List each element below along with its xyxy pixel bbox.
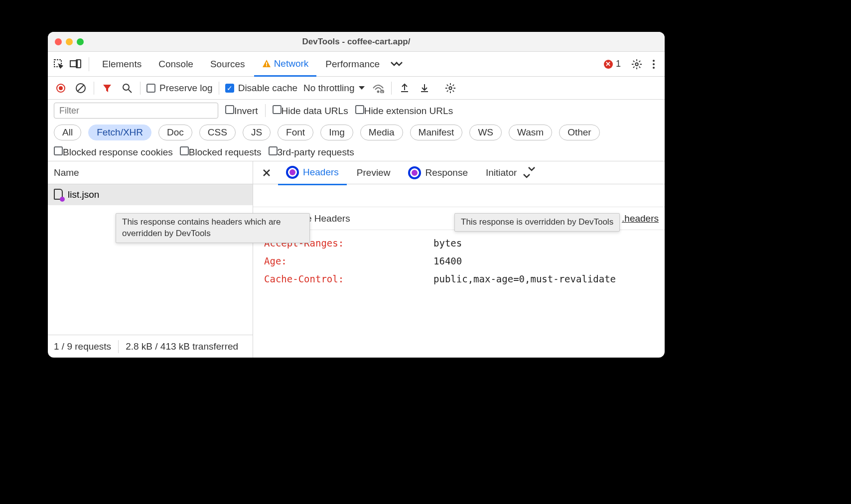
type-js[interactable]: JS (243, 125, 271, 140)
minimize-window-icon[interactable] (66, 38, 73, 45)
tab-performance[interactable]: Performance (317, 53, 388, 76)
maximize-window-icon[interactable] (77, 38, 84, 45)
detail-pane: Headers Preview Response Initiator Respo… (253, 161, 665, 358)
detail-tabbar: Headers Preview Response Initiator (253, 161, 665, 184)
content-area: Name list.json 1 / 9 requests 2.8 kB / 4… (48, 161, 665, 358)
type-fetch-xhr[interactable]: Fetch/XHR (88, 125, 151, 140)
filter-input[interactable] (54, 103, 218, 119)
svg-point-5 (635, 63, 638, 66)
header-value: 16400 (433, 252, 462, 270)
response-headers-list: Accept-Ranges: bytes Age: 16400 Cache-Co… (253, 230, 665, 292)
header-value: public,max-age=0,must-revalidate (433, 270, 616, 288)
header-key: Age: (264, 252, 428, 270)
clear-icon[interactable] (74, 81, 88, 95)
tab-response[interactable]: Response (400, 161, 476, 184)
more-detail-tabs-icon[interactable] (527, 166, 537, 180)
invert-checkbox[interactable]: Invert (225, 105, 258, 117)
record-button-icon[interactable] (54, 81, 68, 95)
file-icon (54, 189, 64, 201)
name-column-header[interactable]: Name (48, 161, 253, 184)
window-title: DevTools - coffee-cart.app/ (48, 37, 665, 47)
tab-network[interactable]: Network (254, 52, 317, 77)
svg-line-12 (129, 90, 132, 93)
svg-point-15 (449, 87, 452, 90)
inspect-element-icon[interactable] (51, 56, 67, 72)
header-row: Accept-Ranges: bytes (264, 234, 654, 252)
hide-extension-urls-checkbox[interactable]: Hide extension URLs (355, 105, 453, 117)
download-icon[interactable] (418, 81, 431, 95)
filter-toggle-icon[interactable] (100, 81, 114, 95)
titlebar: DevTools - coffee-cart.app/ (48, 32, 665, 52)
svg-rect-3 (266, 62, 267, 65)
error-count[interactable]: ✕ 1 (604, 59, 621, 69)
type-css[interactable]: CSS (199, 125, 236, 140)
blocked-requests-checkbox[interactable]: Blocked requests (180, 146, 262, 158)
type-img[interactable]: Img (320, 125, 353, 140)
chevron-down-icon (358, 86, 365, 91)
warning-icon (262, 59, 271, 68)
tab-initiator[interactable]: Initiator (478, 162, 525, 183)
error-icon: ✕ (604, 60, 613, 69)
request-row[interactable]: list.json (48, 184, 253, 205)
disable-cache-checkbox[interactable]: ✓ Disable cache (225, 83, 297, 94)
more-tabs-icon[interactable] (389, 56, 405, 72)
type-media[interactable]: Media (360, 125, 403, 140)
tab-console[interactable]: Console (150, 53, 201, 76)
svg-point-8 (653, 67, 655, 69)
headers-file-link[interactable]: .headers (622, 213, 659, 224)
override-indicator-icon (289, 169, 295, 175)
request-list: Name list.json 1 / 9 requests 2.8 kB / 4… (48, 161, 253, 358)
options-bar: Blocked response cookies Blocked request… (48, 143, 665, 161)
tab-headers[interactable]: Headers (278, 161, 347, 185)
type-wasm[interactable]: Wasm (509, 125, 552, 140)
tooltip-headers-override: This response contains headers which are… (116, 213, 310, 243)
svg-point-11 (123, 84, 129, 90)
request-status-bar: 1 / 9 requests 2.8 kB / 413 kB transferr… (48, 335, 253, 358)
header-row: Age: 16400 (264, 252, 654, 270)
device-toolbar-icon[interactable] (68, 56, 84, 72)
override-indicator-icon (412, 170, 418, 176)
svg-rect-4 (266, 65, 267, 66)
type-filter-bar: All Fetch/XHR Doc CSS JS Font Img Media … (48, 122, 665, 143)
tab-sources[interactable]: Sources (202, 53, 253, 76)
error-count-label: 1 (616, 59, 621, 69)
general-section-collapsed[interactable] (253, 184, 665, 207)
search-icon[interactable] (120, 81, 134, 95)
requests-count: 1 / 9 requests (54, 341, 111, 352)
svg-point-6 (653, 60, 655, 62)
devtools-window: DevTools - coffee-cart.app/ Elements Con… (48, 32, 665, 358)
type-doc[interactable]: Doc (158, 125, 192, 140)
network-conditions-icon[interactable] (371, 81, 385, 95)
request-name: list.json (68, 189, 99, 200)
type-font[interactable]: Font (278, 125, 313, 140)
transferred-size: 2.8 kB / 413 kB transferred (126, 341, 238, 352)
tab-elements[interactable]: Elements (94, 53, 149, 76)
network-settings-icon[interactable] (443, 81, 457, 95)
svg-point-7 (653, 63, 655, 65)
kebab-menu-icon[interactable] (646, 56, 662, 72)
upload-icon[interactable] (398, 81, 412, 95)
settings-icon[interactable] (629, 56, 645, 72)
svg-point-13 (378, 91, 379, 92)
type-manifest[interactable]: Manifest (410, 125, 463, 140)
type-other[interactable]: Other (559, 125, 600, 140)
header-key: Cache-Control: (264, 270, 428, 288)
throttling-select[interactable]: No throttling (303, 83, 365, 94)
network-toolbar: Preserve log ✓ Disable cache No throttli… (48, 77, 665, 100)
preserve-log-checkbox[interactable]: Preserve log (146, 83, 213, 94)
close-window-icon[interactable] (55, 38, 62, 45)
tooltip-response-override: This response is overridden by DevTools (454, 213, 620, 232)
blocked-response-cookies-checkbox[interactable]: Blocked response cookies (54, 146, 173, 158)
third-party-checkbox[interactable]: 3rd-party requests (269, 146, 354, 158)
close-detail-icon[interactable] (257, 168, 276, 177)
type-all[interactable]: All (54, 125, 81, 140)
header-value: bytes (433, 234, 462, 252)
override-dot-icon (60, 197, 65, 202)
type-ws[interactable]: WS (469, 125, 502, 140)
window-controls (55, 38, 84, 45)
tab-preview[interactable]: Preview (349, 162, 399, 183)
hide-data-urls-checkbox[interactable]: Hide data URLs (273, 105, 348, 117)
filter-bar: Invert Hide data URLs Hide extension URL… (48, 100, 665, 122)
panel-tabbar: Elements Console Sources Network Perform… (48, 52, 665, 77)
header-row: Cache-Control: public,max-age=0,must-rev… (264, 270, 654, 288)
